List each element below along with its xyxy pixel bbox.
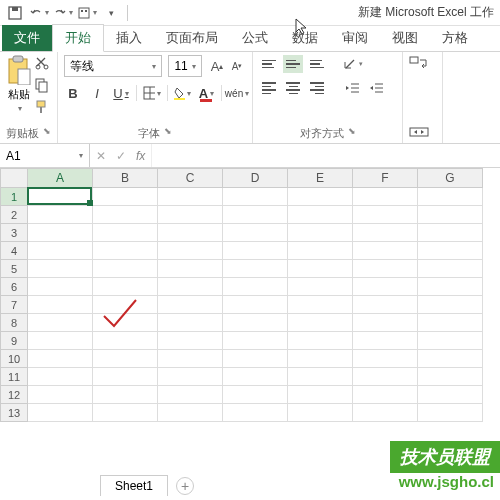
cancel-formula-icon[interactable]: ✕ <box>96 149 106 163</box>
select-all-corner[interactable] <box>0 168 28 188</box>
redo-icon[interactable]: ▾ <box>52 2 74 24</box>
col-header-c[interactable]: C <box>158 168 223 188</box>
copy-icon[interactable] <box>34 77 50 96</box>
formula-input[interactable] <box>151 144 500 167</box>
ribbon-tabs: 文件 开始 插入 页面布局 公式 数据 审阅 视图 方格 <box>0 26 500 52</box>
row-header-9[interactable]: 9 <box>0 332 28 350</box>
group-alignment: ▾ 对齐方式⬊ <box>253 52 403 143</box>
tab-view[interactable]: 视图 <box>380 25 430 51</box>
underline-button[interactable]: U▾ <box>112 83 130 103</box>
watermark-badge: 技术员联盟 <box>390 441 500 473</box>
undo-icon[interactable]: ▾ <box>28 2 50 24</box>
watermark: 技术员联盟 www.jsgho.cl <box>390 441 500 490</box>
align-center-icon[interactable] <box>283 79 303 97</box>
font-launcher-icon[interactable]: ⬊ <box>164 126 172 141</box>
align-middle-icon[interactable] <box>283 55 303 73</box>
font-name-select[interactable]: 等线▾ <box>64 55 162 77</box>
sheet-tab-1[interactable]: Sheet1 <box>100 475 168 496</box>
row-header-4[interactable]: 4 <box>0 242 28 260</box>
alignment-launcher-icon[interactable]: ⬊ <box>348 126 356 141</box>
row-header-7[interactable]: 7 <box>0 296 28 314</box>
tab-home[interactable]: 开始 <box>52 24 104 52</box>
paste-label: 粘贴 <box>8 87 30 102</box>
font-color-button[interactable]: A▾ <box>197 83 215 103</box>
align-right-icon[interactable] <box>307 79 327 97</box>
svg-rect-2 <box>79 8 89 18</box>
active-cell <box>27 187 92 205</box>
row-header-13[interactable]: 13 <box>0 404 28 422</box>
fill-handle[interactable] <box>87 200 93 206</box>
grow-font-icon[interactable]: A▴ <box>208 57 226 75</box>
sheet-tabs: Sheet1 + <box>100 475 194 496</box>
align-bottom-icon[interactable] <box>307 55 327 73</box>
border-button[interactable]: ▾ <box>143 83 161 103</box>
row-header-8[interactable]: 8 <box>0 314 28 332</box>
tab-file[interactable]: 文件 <box>2 25 52 51</box>
merge-icon[interactable] <box>409 123 429 141</box>
svg-point-9 <box>44 65 48 69</box>
group-partial <box>403 52 443 143</box>
font-name-value: 等线 <box>70 58 94 75</box>
phonetic-button[interactable]: wén▾ <box>228 83 246 103</box>
customize-qat-icon[interactable]: ▾ <box>100 2 122 24</box>
col-header-f[interactable]: F <box>353 168 418 188</box>
row-header-12[interactable]: 12 <box>0 386 28 404</box>
add-sheet-button[interactable]: + <box>176 477 194 495</box>
row-header-6[interactable]: 6 <box>0 278 28 296</box>
watermark-url: www.jsgho.cl <box>390 473 500 490</box>
increase-indent-icon[interactable] <box>367 79 387 97</box>
svg-rect-17 <box>410 57 418 63</box>
font-label: 字体 <box>138 126 160 141</box>
svg-rect-16 <box>174 98 185 100</box>
col-header-g[interactable]: G <box>418 168 483 188</box>
row-header-10[interactable]: 10 <box>0 350 28 368</box>
align-top-icon[interactable] <box>259 55 279 73</box>
cursor-icon <box>295 18 309 39</box>
fill-color-button[interactable]: ▾ <box>173 83 191 103</box>
cells-area[interactable]: document.write(Array.from({length:13},()… <box>28 188 483 422</box>
touch-mode-icon[interactable]: ▾ <box>76 2 98 24</box>
row-header-5[interactable]: 5 <box>0 260 28 278</box>
tab-square[interactable]: 方格 <box>430 25 480 51</box>
row-header-11[interactable]: 11 <box>0 368 28 386</box>
paste-button[interactable]: 粘贴 ▾ <box>6 55 32 118</box>
alignment-label: 对齐方式 <box>300 126 344 141</box>
row-header-1[interactable]: 1 <box>0 188 28 206</box>
app-title: 新建 Microsoft Excel 工作 <box>358 4 494 21</box>
col-header-b[interactable]: B <box>93 168 158 188</box>
formula-bar-row: A1▾ ✕ ✓ fx <box>0 144 500 168</box>
tab-page-layout[interactable]: 页面布局 <box>154 25 230 51</box>
format-painter-icon[interactable] <box>34 99 50 118</box>
decrease-indent-icon[interactable] <box>343 79 363 97</box>
wrap-text-icon[interactable] <box>409 55 429 73</box>
cut-icon[interactable] <box>34 55 50 74</box>
group-font: 等线▾ 11▾ A▴ A▾ B I U▾ ▾ ▾ A▾ wén▾ 字体⬊ <box>58 52 253 143</box>
fx-icon[interactable]: fx <box>136 149 145 163</box>
col-header-a[interactable]: A <box>28 168 93 188</box>
orientation-icon[interactable]: ▾ <box>343 55 363 73</box>
tab-insert[interactable]: 插入 <box>104 25 154 51</box>
enter-formula-icon[interactable]: ✓ <box>116 149 126 163</box>
italic-button[interactable]: I <box>88 83 106 103</box>
bold-button[interactable]: B <box>64 83 82 103</box>
ribbon: 粘贴 ▾ 剪贴板⬊ 等线▾ 11▾ A▴ A▾ B I <box>0 52 500 144</box>
row-header-3[interactable]: 3 <box>0 224 28 242</box>
col-header-d[interactable]: D <box>223 168 288 188</box>
tab-formulas[interactable]: 公式 <box>230 25 280 51</box>
svg-rect-6 <box>13 56 23 62</box>
clipboard-launcher-icon[interactable]: ⬊ <box>43 126 51 141</box>
align-left-icon[interactable] <box>259 79 279 97</box>
shrink-font-icon[interactable]: A▾ <box>228 57 246 75</box>
checkmark-shape[interactable] <box>100 296 140 335</box>
svg-rect-18 <box>410 128 428 136</box>
font-size-select[interactable]: 11▾ <box>168 55 202 77</box>
save-icon[interactable] <box>4 2 26 24</box>
name-box[interactable]: A1▾ <box>0 144 90 167</box>
svg-rect-3 <box>81 10 83 12</box>
clipboard-label: 剪贴板 <box>6 126 39 141</box>
svg-rect-7 <box>18 69 30 85</box>
tab-review[interactable]: 审阅 <box>330 25 380 51</box>
row-headers: 1 2 3 4 5 6 7 8 9 10 11 12 13 <box>0 188 28 422</box>
col-header-e[interactable]: E <box>288 168 353 188</box>
row-header-2[interactable]: 2 <box>0 206 28 224</box>
